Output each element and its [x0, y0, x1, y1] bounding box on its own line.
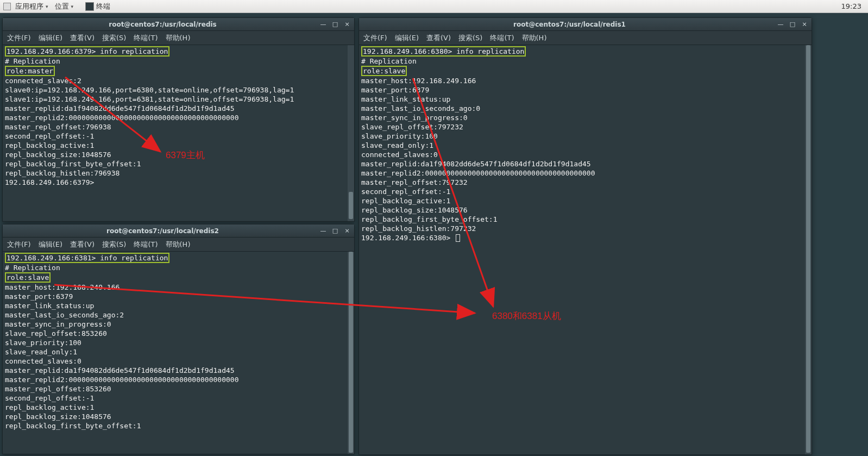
annotation-slaves: 6380和6381从机: [492, 310, 561, 322]
titlebar[interactable]: root@centos7:/usr/local/redis1 — □ ×: [359, 18, 812, 31]
output-line: # Replication: [5, 57, 60, 65]
menu-edit[interactable]: 编辑(E): [39, 33, 62, 43]
terminal-window-redis-slave-6380[interactable]: root@centos7:/usr/local/redis1 — □ × 文件(…: [358, 17, 812, 455]
annotation-master: 6379主机: [166, 149, 205, 161]
prompt-highlight: 192.168.249.166:6380> info replication: [361, 46, 526, 57]
minimize-button[interactable]: —: [319, 21, 327, 28]
prompt-highlight: 192.168.249.166:6379> info replication: [5, 46, 169, 57]
menu-edit[interactable]: 编辑(E): [39, 240, 62, 249]
final-prompt: 192.168.249.166:6380>: [361, 234, 455, 242]
terminal-window-redis-master[interactable]: root@centos7:/usr/local/redis — □ × 文件(F…: [2, 17, 355, 222]
cursor-icon: [456, 234, 460, 242]
window-title: root@centos7:/usr/local/redis1: [362, 21, 777, 28]
maximize-button[interactable]: □: [331, 227, 339, 235]
menu-view[interactable]: 查看(V): [70, 240, 95, 249]
places-menu[interactable]: 位置 ▾: [52, 2, 77, 11]
scrollbar-thumb[interactable]: [349, 192, 353, 219]
scrollbar-thumb[interactable]: [349, 252, 353, 453]
titlebar[interactable]: root@centos7:/usr/local/redis — □ ×: [3, 18, 354, 31]
maximize-button[interactable]: □: [789, 21, 796, 28]
menubar: 文件(F) 编辑(E) 查看(V) 搜索(S) 终端(T) 帮助(H): [359, 31, 812, 45]
output-rest: connected_slaves:2 slave0:ip=192.168.249…: [5, 77, 294, 186]
clock: 19:23: [841, 2, 865, 10]
menu-search[interactable]: 搜索(S): [458, 33, 482, 43]
menu-search[interactable]: 搜索(S): [102, 240, 126, 249]
menubar: 文件(F) 编辑(E) 查看(V) 搜索(S) 终端(T) 帮助(H): [3, 238, 354, 252]
applications-label: 应用程序: [15, 2, 43, 11]
menu-search[interactable]: 搜索(S): [102, 33, 126, 43]
maximize-button[interactable]: □: [331, 21, 339, 28]
terminal-body[interactable]: 192.168.249.166:6381> info replication #…: [3, 252, 354, 454]
menu-help[interactable]: 帮助(H): [522, 33, 547, 43]
menu-view[interactable]: 查看(V): [426, 33, 451, 43]
scrollbar[interactable]: [348, 252, 354, 454]
window-title: root@centos7:/usr/local/redis2: [6, 227, 319, 235]
menu-help[interactable]: 帮助(H): [166, 240, 191, 249]
menu-file[interactable]: 文件(F): [363, 33, 387, 43]
role-highlight: role:master: [5, 66, 55, 76]
output-line: # Replication: [361, 57, 417, 65]
menu-file[interactable]: 文件(F): [7, 240, 31, 249]
task-label: 终端: [96, 2, 110, 11]
close-button[interactable]: ×: [343, 227, 351, 235]
workspace: root@centos7:/usr/local/redis — □ × 文件(F…: [0, 13, 868, 456]
scrollbar[interactable]: [805, 45, 812, 454]
terminal-window-redis-slave-6381[interactable]: root@centos7:/usr/local/redis2 — □ × 文件(…: [2, 224, 355, 454]
terminal-body[interactable]: 192.168.249.166:6379> info replication #…: [3, 45, 354, 221]
prompt-highlight: 192.168.249.166:6381> info replication: [5, 253, 169, 263]
menu-view[interactable]: 查看(V): [70, 33, 95, 43]
chevron-down-icon: ▾: [46, 4, 48, 9]
titlebar[interactable]: root@centos7:/usr/local/redis2 — □ ×: [3, 224, 354, 238]
minimize-button[interactable]: —: [777, 21, 784, 28]
applications-menu[interactable]: 应用程序 ▾: [12, 2, 52, 11]
scrollbar[interactable]: [348, 45, 354, 221]
chevron-down-icon: ▾: [71, 4, 74, 9]
menu-terminal[interactable]: 终端(T): [134, 33, 158, 43]
menu-terminal[interactable]: 终端(T): [490, 33, 514, 43]
close-button[interactable]: ×: [343, 21, 351, 28]
menu-terminal[interactable]: 终端(T): [134, 240, 158, 249]
minimize-button[interactable]: —: [319, 227, 327, 235]
taskbar-terminal[interactable]: 终端: [82, 2, 114, 11]
close-button[interactable]: ×: [801, 21, 808, 28]
window-title: root@centos7:/usr/local/redis: [6, 21, 319, 28]
menu-help[interactable]: 帮助(H): [166, 33, 191, 43]
role-highlight: role:slave: [361, 66, 407, 76]
role-highlight: role:slave: [5, 272, 51, 283]
desktop-top-panel: 应用程序 ▾ 位置 ▾ 终端 19:23: [0, 0, 868, 13]
places-label: 位置: [55, 2, 69, 11]
apps-icon: [3, 3, 11, 10]
terminal-icon: [85, 2, 94, 11]
output-rest: master_host:192.168.249.166 master_port:…: [361, 77, 595, 233]
menu-file[interactable]: 文件(F): [7, 33, 31, 43]
output-line: # Replication: [5, 264, 60, 272]
menu-edit[interactable]: 编辑(E): [395, 33, 419, 43]
terminal-body[interactable]: 192.168.249.166:6380> info replication #…: [359, 45, 812, 454]
scrollbar-thumb[interactable]: [806, 45, 810, 453]
menubar: 文件(F) 编辑(E) 查看(V) 搜索(S) 终端(T) 帮助(H): [3, 31, 354, 45]
output-rest: master_host:192.168.249.166 master_port:…: [5, 283, 238, 430]
